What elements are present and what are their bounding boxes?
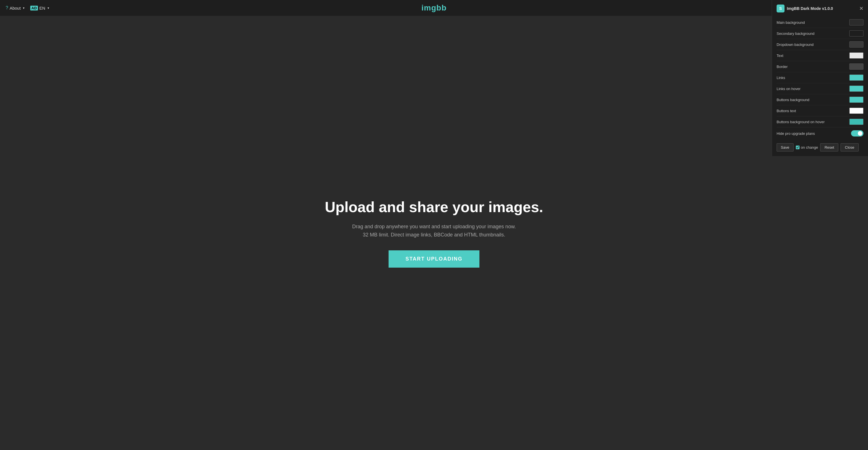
panel-title: ImgBB Dark Mode v1.0.0 xyxy=(787,6,833,11)
color-label: Buttons background xyxy=(777,98,809,102)
upload-title: Upload and share your images. xyxy=(325,198,544,216)
panel-title-row: S ImgBB Dark Mode v1.0.0 xyxy=(777,4,833,12)
on-change-checkbox[interactable] xyxy=(796,146,800,149)
site-logo[interactable]: imgbb xyxy=(422,3,446,12)
settings-panel: S ImgBB Dark Mode v1.0.0 ✕ Main backgrou… xyxy=(772,0,868,156)
color-row: Main background xyxy=(777,17,864,28)
color-row: Secondary background xyxy=(777,28,864,39)
question-icon: ? xyxy=(6,5,8,10)
lang-label: EN xyxy=(39,6,45,10)
upload-subtitle: Drag and drop anywhere you want and star… xyxy=(349,222,519,239)
color-rows-container: Main background Secondary background Dro… xyxy=(777,17,864,127)
color-row: Links on hover xyxy=(777,83,864,94)
color-label: Links on hover xyxy=(777,87,801,91)
lang-icon: AD xyxy=(30,6,38,10)
color-label: Main background xyxy=(777,20,805,25)
color-swatch-0[interactable] xyxy=(849,19,864,26)
color-label: Buttons text xyxy=(777,109,796,113)
on-change-label[interactable]: on change xyxy=(796,145,818,150)
color-swatch-8[interactable] xyxy=(849,108,864,114)
color-swatch-4[interactable] xyxy=(849,63,864,70)
color-label: Border xyxy=(777,65,787,69)
panel-s-icon: S xyxy=(777,4,784,12)
upload-section: Upload and share your images. Drag and d… xyxy=(325,198,544,268)
start-uploading-button[interactable]: START UPLOADING xyxy=(389,250,480,268)
color-row: Text xyxy=(777,50,864,61)
lang-menu[interactable]: AD EN xyxy=(30,6,49,10)
toggle-label: Hide pro upgrade plans xyxy=(777,131,815,136)
about-menu[interactable]: ? About xyxy=(6,5,25,10)
color-swatch-1[interactable] xyxy=(849,30,864,36)
color-row: Dropdown background xyxy=(777,39,864,50)
header: ? About AD EN imgbb Uplo... S xyxy=(0,0,868,16)
color-row: Buttons background on hover xyxy=(777,116,864,127)
save-button[interactable]: Save xyxy=(777,143,794,151)
color-row: Border xyxy=(777,61,864,72)
color-swatch-9[interactable] xyxy=(849,119,864,125)
toggle-track xyxy=(851,130,864,137)
color-swatch-2[interactable] xyxy=(849,41,864,48)
color-swatch-3[interactable] xyxy=(849,52,864,59)
color-label: Text xyxy=(777,54,783,58)
color-swatch-6[interactable] xyxy=(849,86,864,92)
color-label: Dropdown background xyxy=(777,42,814,47)
color-label: Links xyxy=(777,76,785,80)
toggle-row: Hide pro upgrade plans xyxy=(777,127,864,139)
main-content: Upload and share your images. Drag and d… xyxy=(0,16,868,450)
color-swatch-7[interactable] xyxy=(849,96,864,103)
color-row: Buttons background xyxy=(777,94,864,106)
about-label: About xyxy=(10,6,21,10)
color-row: Links xyxy=(777,72,864,83)
color-label: Buttons background on hover xyxy=(777,120,825,124)
panel-footer: Save on change Reset Close xyxy=(777,143,864,151)
header-left: ? About AD EN xyxy=(6,5,49,10)
color-label: Secondary background xyxy=(777,31,814,36)
panel-close-x-button[interactable]: ✕ xyxy=(859,6,864,11)
panel-header: S ImgBB Dark Mode v1.0.0 ✕ xyxy=(777,4,864,12)
hide-pro-toggle[interactable] xyxy=(851,130,864,137)
on-change-text: on change xyxy=(801,145,818,150)
color-swatch-5[interactable] xyxy=(849,74,864,81)
reset-button[interactable]: Reset xyxy=(820,143,838,151)
toggle-thumb xyxy=(858,131,862,136)
close-button[interactable]: Close xyxy=(841,143,858,151)
color-row: Buttons text xyxy=(777,106,864,116)
